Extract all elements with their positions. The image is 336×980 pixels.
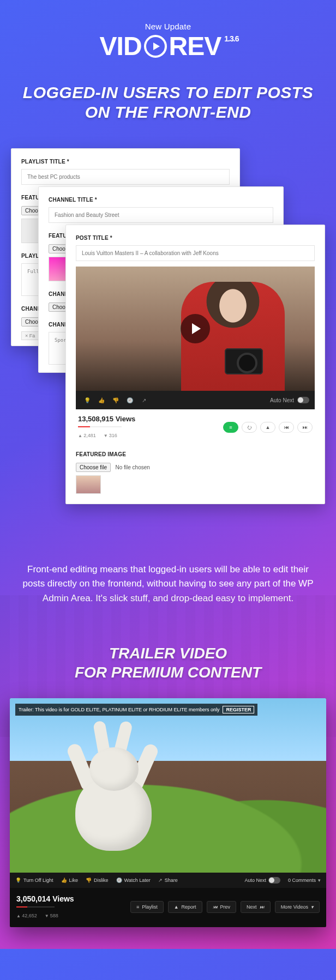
cards-stack: PLAYLIST TITLE * FEATUR Choose f PLAYLIS… [0,148,336,530]
video-player[interactable] [76,267,315,391]
dislikes-count: 588 [45,913,58,918]
heading-line-1: LOGGED-IN USERS TO EDIT POSTS [23,83,313,101]
warning-icon: ▲ [174,904,179,910]
trailer-banner: Trailer: This video is for GOLD ELITE, P… [15,704,257,716]
card-post: POST TITLE * 💡 👍 👎 🕘 ↗ Auto Next [65,225,325,504]
thumbs-up-icon[interactable]: 👍 [95,397,107,403]
featured-thumbnail [76,475,101,494]
views-count: 3,050,014 Views [16,894,74,903]
thumbs-up-icon: 👍 [61,878,67,883]
views-count: 13,508,915 Views [78,415,135,423]
comments-button[interactable]: 0 Comments▾ [288,878,321,883]
playlist-title-label: PLAYLIST TITLE * [21,159,230,165]
trailer-toolbar: 💡Turn Off Light 👍Like 👎Dislike 🕘Watch La… [10,873,326,888]
likes-count: 2,481 [78,433,96,438]
featured-image-section: FEATURED IMAGE Choose file No file chose… [76,451,315,494]
next-button[interactable]: ⏭ [297,422,313,433]
thumbs-down-icon: 👎 [86,878,92,883]
brand-version: 1.3.6 [224,34,238,43]
camera-prop [225,348,263,374]
dislike-button[interactable]: 👎Dislike [86,878,109,883]
next-button[interactable]: Next⏭ [241,901,271,913]
prev-button[interactable]: ⏮ [279,422,294,433]
auto-next-toggle[interactable]: Auto Next [244,877,280,884]
brand-right: REV [169,31,221,61]
video-stats: 13,508,915 Views 2,481 316 ≡ ⭮ ▲ ⏮ ⏭ [76,409,315,445]
loop-button[interactable]: ⭮ [242,422,257,433]
play-button[interactable] [181,314,210,343]
channel-title-input[interactable] [49,207,273,223]
lightbulb-icon[interactable]: 💡 [81,397,93,403]
clock-icon[interactable]: 🕘 [124,397,136,403]
ratio-bar [78,426,122,427]
ratio-bar [16,906,55,908]
trailer-stats: 3,050,014 Views 42,652 588 ≡Playlist ▲Re… [10,888,326,927]
channel-title-label: CHANNEL TITLE * [49,197,273,203]
prev-icon: ⏮ [213,904,218,910]
share-icon[interactable]: ↗ [138,397,150,403]
thumbs-down-icon[interactable]: 👎 [110,397,122,403]
playlist-button[interactable]: ≡Playlist [130,901,164,913]
watch-later-button[interactable]: 🕘Watch Later [116,878,151,883]
report-button[interactable]: ▲ [260,422,275,433]
trailer-widget: Trailer: This video is for GOLD ELITE, P… [10,698,326,927]
toggle-icon[interactable] [268,877,280,884]
clock-icon: 🕘 [116,878,122,883]
chevron-down-icon: ▾ [318,878,321,883]
heading-line-2: ON THE FRONT-END [85,103,251,121]
no-file-label: No file chosen [115,464,149,470]
playlist-button[interactable]: ≡ [223,422,238,433]
report-button[interactable]: ▲Report [168,901,202,913]
play-icon [144,35,167,58]
lightbulb-icon: 💡 [15,878,21,883]
views-block: 13,508,915 Views 2,481 316 [78,415,135,439]
likes-count: 42,652 [16,913,37,918]
header: New Update VID REV 1.3.6 [0,0,336,66]
choose-file-button[interactable]: Choose file [76,463,111,472]
views-block: 3,050,014 Views 42,652 588 [16,894,74,919]
turn-off-light-button[interactable]: 💡Turn Off Light [15,878,53,883]
chevron-down-icon: ▾ [311,904,314,910]
auto-next-label: Auto Next [270,397,294,403]
toggle-icon[interactable] [297,397,309,403]
more-videos-button[interactable]: More Videos▾ [275,901,320,913]
auto-next-toggle[interactable]: Auto Next [270,397,309,403]
next-icon: ⏭ [260,904,265,910]
dislikes-count: 316 [104,433,117,438]
brand-logo: VID REV 1.3.6 [100,31,237,61]
tag-pill[interactable]: × Fa [21,331,39,340]
post-title-input[interactable] [76,245,315,261]
list-icon: ≡ [136,904,139,910]
trailer-control-buttons: ≡Playlist ▲Report ⏮Prev Next⏭ More Video… [130,901,320,913]
featured-image-label: FEATURED IMAGE [76,451,315,457]
video-control-buttons: ≡ ⭮ ▲ ⏮ ⏭ [223,422,313,433]
post-title-label: POST TITLE * [76,235,315,241]
video-still-image [64,736,157,851]
new-update-label: New Update [0,22,336,31]
player-toolbar: 💡 👍 👎 🕘 ↗ Auto Next [76,391,315,409]
brand-left: VID [100,31,142,61]
prev-button[interactable]: ⏮Prev [207,901,237,913]
register-button[interactable]: REGISTER [223,706,254,713]
playlist-title-input[interactable] [21,169,230,185]
share-icon: ↗ [158,878,163,883]
trailer-banner-text: Trailer: This video is for GOLD ELITE, P… [19,707,219,712]
share-button[interactable]: ↗Share [158,878,178,883]
like-button[interactable]: 👍Like [61,878,79,883]
trailer-video[interactable]: Trailer: This video is for GOLD ELITE, P… [10,698,326,873]
section-heading-frontend-edit: LOGGED-IN USERS TO EDIT POSTS ON THE FRO… [16,83,320,122]
